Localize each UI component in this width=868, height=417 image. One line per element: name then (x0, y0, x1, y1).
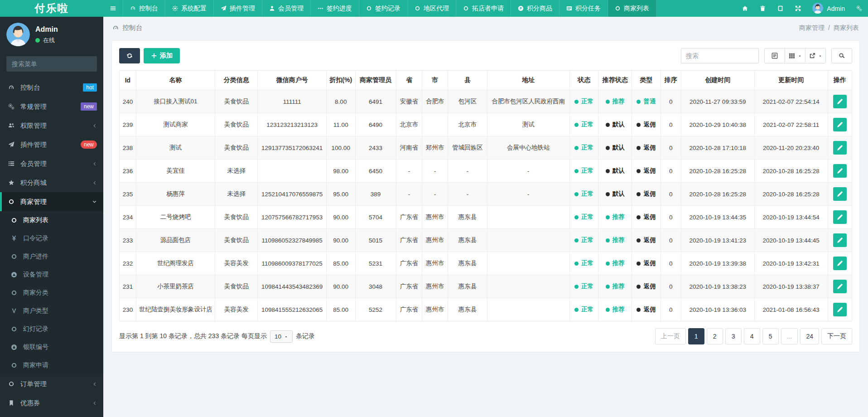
sidebar-subitem-link[interactable]: 幻灯记录 (0, 320, 103, 338)
column-header[interactable]: 排序 (661, 71, 681, 90)
book-button[interactable] (772, 0, 789, 17)
status-dot-icon (637, 123, 641, 127)
sidebar-item-link[interactable]: 常规管理new (0, 97, 103, 116)
sidebar-subitem-link[interactable]: 口令记录 (0, 229, 103, 247)
column-header[interactable]: 省 (396, 71, 422, 90)
topnav-user-menu[interactable]: Admin (807, 0, 850, 17)
gauge-icon (7, 84, 15, 91)
column-header[interactable]: 更新时间 (754, 71, 828, 90)
edit-button[interactable] (833, 303, 847, 316)
column-header[interactable]: 市 (422, 71, 448, 90)
column-header[interactable]: 地址 (487, 71, 569, 90)
sidebar-subitem-link[interactable]: 商户进件 (0, 247, 103, 266)
bars-icon (110, 5, 116, 11)
type-cell: 返佣 (632, 136, 661, 160)
status-dot-icon (574, 123, 579, 127)
column-header[interactable]: 创建时间 (681, 71, 754, 90)
page-button[interactable]: 5 (762, 328, 779, 344)
page-button[interactable]: 1 (688, 328, 704, 344)
sidebar-item-link[interactable]: 优惠券 (0, 393, 103, 412)
layout: Admin 在线 控制台hot常规管理new权限管理插件管理new会员管理积分商… (0, 17, 868, 417)
column-header[interactable]: 商家管理员 (355, 71, 396, 90)
column-header[interactable]: 推荐状态 (598, 71, 632, 90)
table-search-input[interactable] (681, 48, 759, 63)
edit-button[interactable] (833, 280, 847, 293)
brand-logo[interactable]: 付乐啦 (0, 0, 103, 17)
topnav-item[interactable]: 商家列表 (608, 0, 656, 17)
page-button[interactable]: 2 (707, 328, 723, 344)
topnav-item-label: 商家列表 (624, 5, 649, 13)
trash-button[interactable] (754, 0, 772, 17)
column-header[interactable]: 微信商户号 (258, 71, 327, 90)
topnav-item[interactable]: 地区代理 (408, 0, 456, 17)
sidebar-search-input[interactable] (6, 56, 97, 72)
prev-page-button[interactable]: 上一页 (655, 328, 686, 344)
column-header[interactable]: 操作 (828, 71, 852, 90)
search-toggle-button[interactable] (831, 48, 852, 63)
sidebar-toggle-button[interactable] (103, 0, 123, 17)
column-header[interactable]: 类型 (632, 71, 661, 90)
page-size-dropdown[interactable]: 10 (270, 330, 293, 343)
sidebar-item-link[interactable]: 商家管理 (0, 192, 103, 211)
topnav-item[interactable]: 会员管理 (262, 0, 311, 17)
column-header[interactable]: 分类信息 (215, 71, 258, 90)
status-dot-icon (637, 308, 641, 312)
sidebar-subitem-link[interactable]: 商户类型 (0, 302, 103, 320)
sidebar-subitem-link[interactable]: 银联编号 (0, 338, 103, 356)
edit-button[interactable] (833, 141, 847, 155)
home-button[interactable] (736, 0, 754, 17)
sidebar-subitem-link[interactable]: 商家申请 (0, 356, 103, 374)
table-header-row: Id名称分类信息微信商户号折扣(%)商家管理员省市县地址状态推荐状态类型排序创建… (120, 71, 852, 90)
topnav-item[interactable]: 签约记录 (359, 0, 408, 17)
settings-button[interactable] (850, 0, 868, 17)
page-button[interactable]: 3 (725, 328, 742, 344)
column-header[interactable]: 县 (448, 71, 487, 90)
sidebar-item-link[interactable]: 订单管理 (0, 374, 103, 393)
sidebar-item-link[interactable]: 权限管理 (0, 116, 103, 135)
page-button[interactable]: ... (781, 328, 798, 344)
topnav-item[interactable]: 控制台 (123, 0, 165, 17)
edit-button[interactable] (833, 210, 847, 224)
column-header[interactable]: 折扣(%) (326, 71, 355, 90)
paging-switch-button[interactable] (764, 48, 785, 63)
topnav-item[interactable]: 拓店者申请 (456, 0, 511, 17)
page-button[interactable]: 24 (800, 328, 819, 344)
topnav-item[interactable]: 系统配置 (165, 0, 214, 17)
add-button[interactable]: 添加 (144, 48, 180, 63)
sidebar-subitem-link[interactable]: 设备管理 (0, 266, 103, 284)
edit-button[interactable] (833, 187, 847, 201)
expand-button[interactable] (789, 0, 807, 17)
breadcrumb-dashboard[interactable]: 控制台 (123, 24, 143, 32)
edit-button[interactable] (833, 164, 847, 178)
edit-button[interactable] (833, 118, 847, 131)
topnav-item[interactable]: 插件管理 (214, 0, 262, 17)
page-button[interactable]: 4 (744, 328, 760, 344)
updated-time-cell: 2021-01-08 16:56:43 (754, 298, 828, 321)
breadcrumb-separator: / (828, 24, 830, 32)
edit-button[interactable] (833, 233, 847, 247)
sidebar-item-link[interactable]: 积分商城 (0, 173, 103, 192)
sidebar-subitem-label: 商户类型 (23, 307, 48, 315)
sidebar-subitem-link[interactable]: 商家分类 (0, 284, 103, 302)
topnav-item[interactable]: P积分商品 (511, 0, 559, 17)
edit-button[interactable] (833, 95, 847, 108)
column-header[interactable]: 状态 (569, 71, 598, 90)
topnav-item[interactable]: 积分任务 (559, 0, 608, 17)
sidebar-item-link[interactable]: 控制台hot (0, 78, 103, 97)
pencil-icon (837, 283, 843, 290)
sidebar-subitem-link[interactable]: 商家列表 (0, 211, 103, 229)
city-cell: 惠州市 (422, 275, 448, 298)
topnav-item[interactable]: 签约进度 (311, 0, 359, 17)
sidebar-item-link[interactable]: 插件管理new (0, 135, 103, 154)
column-header[interactable]: Id (120, 71, 136, 90)
next-page-button[interactable]: 下一页 (821, 328, 852, 344)
listb-icon (7, 160, 15, 167)
breadcrumb-parent[interactable]: 商家管理 (799, 24, 825, 32)
column-header[interactable]: 名称 (136, 71, 215, 90)
sidebar-item-link[interactable]: 会员管理 (0, 154, 103, 173)
refresh-button[interactable] (119, 48, 140, 63)
edit-button[interactable] (833, 257, 847, 270)
export-button[interactable] (805, 48, 826, 63)
manager-cell: 389 (355, 183, 396, 206)
columns-button[interactable] (785, 48, 805, 63)
